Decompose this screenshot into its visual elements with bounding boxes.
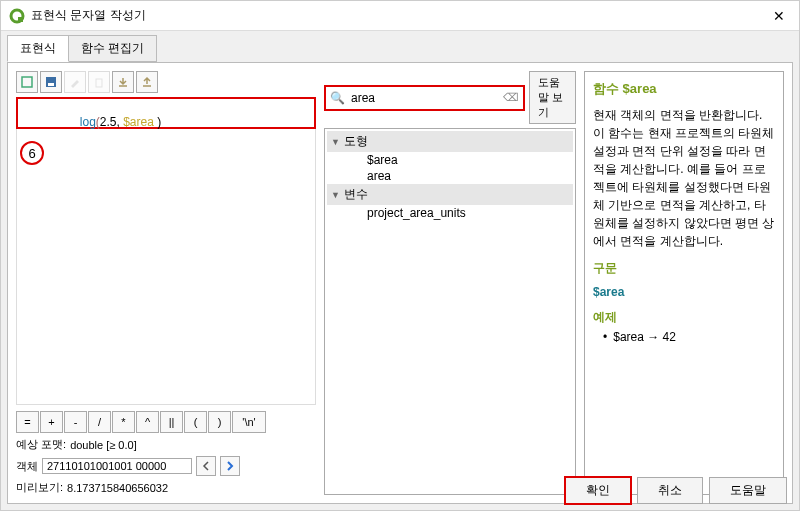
op-div[interactable]: / (88, 411, 111, 433)
feature-input[interactable] (42, 458, 192, 474)
token-variable: $area (123, 115, 154, 129)
help-button[interactable]: 도움말 (709, 477, 787, 504)
cancel-button[interactable]: 취소 (637, 477, 703, 504)
op-newline[interactable]: '\n' (232, 411, 266, 433)
svg-rect-5 (96, 79, 102, 87)
operator-row: = + - / * ^ || ( ) '\n' (16, 411, 316, 433)
feature-next-button[interactable] (220, 456, 240, 476)
token-args-left: 2.5, (100, 115, 123, 129)
help-panel: 함수 $area 현재 객체의 면적을 반환합니다. 이 함수는 현재 프로젝트… (584, 71, 784, 495)
dialog-buttons: 확인 취소 도움말 (565, 477, 787, 504)
tree-group-variables[interactable]: ▼변수 (327, 184, 573, 205)
delete-expr-button (88, 71, 110, 93)
search-box[interactable]: 🔍 ⌫ (324, 85, 525, 111)
op-lparen[interactable]: ( (184, 411, 207, 433)
expression-builder-window: 표현식 문자열 작성기 ✕ 표현식 함수 편집기 log(2.5, $area … (0, 0, 800, 511)
search-row: 🔍 ⌫ 도움말 보기 (324, 71, 576, 124)
preview-row: 미리보기: 8.173715840656032 (16, 480, 316, 495)
svg-rect-4 (48, 83, 54, 86)
window-title: 표현식 문자열 작성기 (31, 7, 146, 24)
help-description: 현재 객체의 면적을 반환합니다. 이 함수는 현재 프로젝트의 타원체 설정과… (593, 106, 775, 250)
op-concat[interactable]: || (160, 411, 183, 433)
titlebar: 표현식 문자열 작성기 ✕ (1, 1, 799, 31)
svg-rect-2 (22, 77, 32, 87)
search-icon: 🔍 (330, 91, 345, 105)
feature-label: 객체 (16, 459, 38, 474)
annotation-circle-6: 6 (20, 141, 44, 165)
editor-toolbar (16, 71, 316, 93)
tree-item-project-area-units[interactable]: project_area_units (327, 205, 573, 221)
help-example-code: $area → 42 (613, 330, 676, 344)
help-example-heading: 예제 (593, 309, 775, 326)
tree-item-sarea[interactable]: $area (327, 152, 573, 168)
expected-format-value: double [≥ 0.0] (70, 439, 137, 451)
search-input[interactable] (349, 90, 503, 106)
preview-value: 8.173715840656032 (67, 482, 168, 494)
feature-row: 객체 (16, 456, 316, 476)
clear-search-icon[interactable]: ⌫ (503, 91, 519, 104)
new-expr-button[interactable] (16, 71, 38, 93)
tab-bar: 표현식 함수 편집기 (7, 35, 793, 62)
main-panel: log(2.5, $area ) = + - / * ^ || ( ) '\n'… (7, 62, 793, 504)
show-help-button[interactable]: 도움말 보기 (529, 71, 576, 124)
ok-button[interactable]: 확인 (565, 477, 631, 504)
op-mul[interactable]: * (112, 411, 135, 433)
tab-expression[interactable]: 표현식 (7, 35, 69, 62)
left-column: log(2.5, $area ) = + - / * ^ || ( ) '\n'… (16, 71, 316, 495)
help-title: 함수 $area (593, 80, 775, 98)
op-eq[interactable]: = (16, 411, 39, 433)
svg-rect-1 (18, 17, 23, 22)
edit-expr-button (64, 71, 86, 93)
qgis-icon (9, 8, 25, 24)
bullet-icon: • (603, 330, 607, 344)
middle-column: 🔍 ⌫ 도움말 보기 ▼도형 $area area ▼변수 project_ar… (324, 71, 576, 495)
tab-function-editor[interactable]: 함수 편집기 (68, 35, 157, 62)
op-plus[interactable]: + (40, 411, 63, 433)
feature-prev-button[interactable] (196, 456, 216, 476)
op-rparen[interactable]: ) (208, 411, 231, 433)
collapse-icon: ▼ (331, 190, 340, 200)
token-function: log (80, 115, 96, 129)
expression-editor[interactable]: log(2.5, $area ) (16, 97, 316, 129)
function-tree[interactable]: ▼도형 $area area ▼변수 project_area_units (324, 128, 576, 495)
help-syntax: $area (593, 285, 775, 299)
token-args-right: ) (154, 115, 161, 129)
tree-item-area[interactable]: area (327, 168, 573, 184)
op-minus[interactable]: - (64, 411, 87, 433)
op-pow[interactable]: ^ (136, 411, 159, 433)
import-expr-button[interactable] (112, 71, 134, 93)
expected-format-row: 예상 포맷: double [≥ 0.0] (16, 437, 316, 452)
expression-editor-body[interactable] (16, 129, 316, 405)
help-example-item: • $area → 42 (603, 330, 775, 344)
expected-format-label: 예상 포맷: (16, 437, 66, 452)
close-icon[interactable]: ✕ (767, 8, 791, 24)
collapse-icon: ▼ (331, 137, 340, 147)
help-syntax-heading: 구문 (593, 260, 775, 277)
save-expr-button[interactable] (40, 71, 62, 93)
preview-label: 미리보기: (16, 480, 63, 495)
tree-group-geometry[interactable]: ▼도형 (327, 131, 573, 152)
export-expr-button[interactable] (136, 71, 158, 93)
